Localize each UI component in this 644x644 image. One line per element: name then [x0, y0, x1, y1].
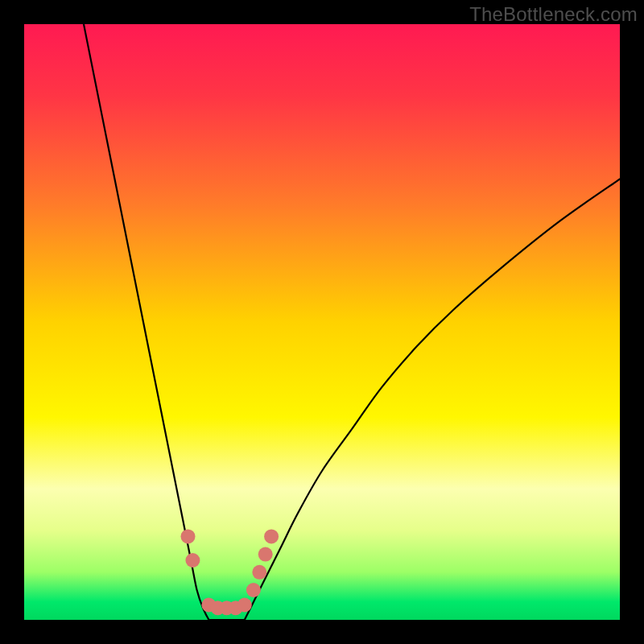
highlight-dot [181, 529, 196, 543]
highlight-dot [185, 553, 200, 568]
highlight-dot [246, 583, 261, 597]
chart-svg [24, 24, 620, 620]
highlight-dot [252, 565, 266, 580]
highlight-dot [264, 529, 279, 543]
highlight-dot [237, 598, 252, 613]
highlight-dot [258, 547, 273, 562]
plot-area [24, 24, 620, 620]
gradient-background [24, 24, 620, 620]
watermark-text: TheBottleneck.com [469, 3, 638, 26]
chart-frame: TheBottleneck.com [0, 0, 644, 644]
